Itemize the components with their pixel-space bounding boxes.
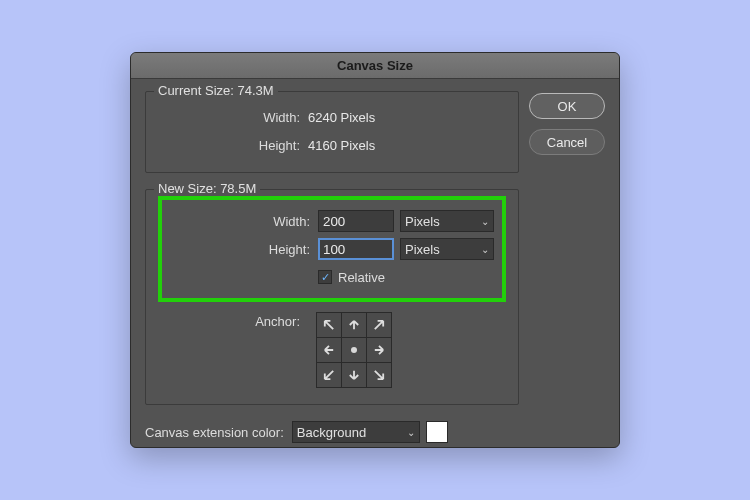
height-unit-value: Pixels (405, 242, 440, 257)
width-unit-value: Pixels (405, 214, 440, 229)
dialog-title: Canvas Size (337, 58, 413, 73)
current-width-value: 6240 Pixels (308, 110, 375, 125)
anchor-e[interactable] (367, 338, 391, 362)
chevron-down-icon: ⌄ (407, 427, 415, 438)
relative-checkbox[interactable]: ✓ (318, 270, 332, 284)
relative-label: Relative (338, 270, 385, 285)
current-height-label: Height: (158, 138, 308, 153)
anchor-center[interactable] (342, 338, 366, 362)
extension-color-swatch[interactable] (426, 421, 448, 443)
current-size-label: Current Size: 74.3M (154, 83, 278, 98)
new-width-label: Width: (168, 214, 318, 229)
anchor-label: Anchor: (158, 314, 308, 329)
anchor-w[interactable] (317, 338, 341, 362)
anchor-n[interactable] (342, 313, 366, 337)
anchor-s[interactable] (342, 363, 366, 387)
anchor-grid (316, 312, 392, 388)
chevron-down-icon: ⌄ (481, 244, 489, 255)
canvas-size-dialog: Canvas Size Current Size: 74.3M Width: 6… (130, 52, 620, 448)
anchor-sw[interactable] (317, 363, 341, 387)
extension-color-select[interactable]: Background ⌄ (292, 421, 420, 443)
anchor-nw[interactable] (317, 313, 341, 337)
height-input[interactable] (318, 238, 394, 260)
new-size-group: New Size: 78.5M Width: Pixels ⌄ Height: (145, 189, 519, 405)
extension-color-value: Background (297, 425, 366, 440)
new-height-label: Height: (168, 242, 318, 257)
cancel-button[interactable]: Cancel (529, 129, 605, 155)
ok-button[interactable]: OK (529, 93, 605, 119)
dialog-titlebar: Canvas Size (131, 53, 619, 79)
anchor-se[interactable] (367, 363, 391, 387)
extension-color-label: Canvas extension color: (145, 425, 284, 440)
new-size-label: New Size: 78.5M (154, 181, 260, 196)
current-width-label: Width: (158, 110, 308, 125)
current-height-value: 4160 Pixels (308, 138, 375, 153)
width-input[interactable] (318, 210, 394, 232)
current-size-group: Current Size: 74.3M Width: 6240 Pixels H… (145, 91, 519, 173)
highlight-box: Width: Pixels ⌄ Height: Pixels ⌄ (158, 196, 506, 302)
chevron-down-icon: ⌄ (481, 216, 489, 227)
height-unit-select[interactable]: Pixels ⌄ (400, 238, 494, 260)
width-unit-select[interactable]: Pixels ⌄ (400, 210, 494, 232)
anchor-ne[interactable] (367, 313, 391, 337)
